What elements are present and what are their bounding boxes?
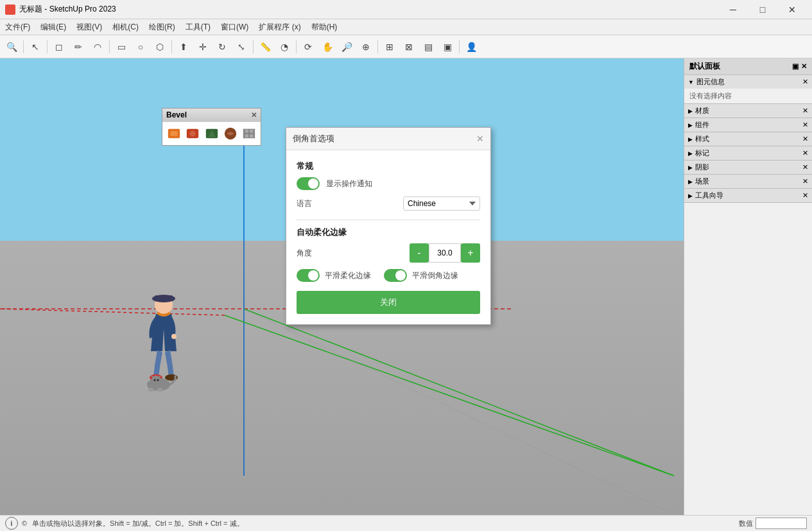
tool-tape[interactable]: 📏 [256, 38, 274, 56]
svg-line-5 [244, 309, 674, 514]
styles-close[interactable]: ✕ [802, 135, 808, 143]
tool-eraser[interactable]: ◻ [50, 38, 68, 56]
components-close[interactable]: ✕ [802, 121, 808, 129]
bevel-tool-2[interactable] [184, 125, 201, 143]
scenes-close[interactable]: ✕ [802, 177, 808, 186]
entity-info-content: 没有选择内容 [684, 89, 812, 103]
language-select[interactable]: Chinese English Japanese [403, 196, 480, 211]
dialog-close-icon[interactable]: ✕ [476, 134, 484, 144]
bevel-tool-3[interactable] [203, 125, 220, 143]
tool-zoom[interactable]: 🔎 [338, 38, 356, 56]
panel-expand-icon[interactable]: ▣ [792, 62, 799, 71]
shadows-arrow: ▶ [688, 164, 693, 171]
tool-circle[interactable]: ○ [132, 38, 150, 56]
tool-rectangle[interactable]: ▭ [112, 38, 130, 56]
language-control: Chinese English Japanese [403, 196, 480, 211]
tool-search[interactable]: 🔍 [3, 38, 21, 56]
bevel-close-icon[interactable]: ✕ [251, 111, 257, 119]
separator [171, 40, 172, 53]
menu-tools[interactable]: 工具(T) [180, 19, 216, 35]
maximize-button[interactable]: □ [748, 0, 777, 19]
menu-camera[interactable]: 相机(C) [107, 19, 144, 35]
angle-minus-button[interactable]: - [410, 243, 429, 263]
instructor-header[interactable]: ▶ 工具向导 ✕ [684, 189, 812, 202]
instructor-close[interactable]: ✕ [802, 191, 808, 200]
components-section: ▶ 组件 ✕ [684, 118, 812, 132]
tags-close[interactable]: ✕ [802, 149, 808, 157]
entity-info-header[interactable]: ▼ 图元信息 ✕ [684, 75, 812, 89]
angle-plus-button[interactable]: + [461, 243, 480, 263]
menu-draw[interactable]: 绘图(R) [144, 19, 180, 35]
styles-header[interactable]: ▶ 样式 ✕ [684, 132, 812, 146]
tool-profile[interactable]: 👤 [462, 38, 480, 56]
menu-help[interactable]: 帮助(H) [306, 19, 343, 35]
components-header[interactable]: ▶ 组件 ✕ [684, 118, 812, 132]
menubar: 文件(F) 编辑(E) 视图(V) 相机(C) 绘图(R) 工具(T) 窗口(W… [0, 19, 812, 35]
smooth-edges-toggle[interactable] [297, 269, 320, 282]
tool-zoom-window[interactable]: ⊕ [357, 38, 375, 56]
tool-protractor[interactable]: ◔ [275, 38, 293, 56]
tool-section-cut[interactable]: ⊠ [400, 38, 418, 56]
materials-header[interactable]: ▶ 材质 ✕ [684, 104, 812, 118]
tags-header[interactable]: ▶ 标记 ✕ [684, 146, 812, 160]
entity-info-title: 图元信息 [696, 77, 725, 87]
statusbar: i © 单击或拖动以选择对象。Shift = 加/减。Ctrl = 加。Shif… [0, 515, 812, 531]
bevel-tool-1[interactable] [165, 125, 182, 143]
menu-extensions[interactable]: 扩展程序 (x) [254, 19, 306, 35]
materials-arrow: ▶ [688, 108, 693, 114]
tool-select[interactable]: ↖ [26, 38, 44, 56]
bevel-header[interactable]: Bevel ✕ [162, 109, 261, 121]
shadows-title: 阴影 [695, 162, 709, 172]
entity-info-close[interactable]: ✕ [802, 78, 808, 86]
general-section-title: 常规 [297, 161, 480, 172]
close-button[interactable]: ✕ [777, 0, 807, 19]
materials-close[interactable]: ✕ [802, 107, 808, 115]
tool-pan[interactable]: ✋ [318, 38, 336, 56]
status-info-icon[interactable]: i [5, 517, 18, 530]
person-figure [138, 293, 189, 393]
svg-rect-8 [155, 295, 173, 300]
smooth-bevel-toggle[interactable] [384, 269, 407, 282]
entity-info-arrow: ▼ [688, 79, 694, 85]
show-notification-label: 显示操作通知 [326, 178, 480, 189]
separator [23, 40, 24, 53]
menu-view[interactable]: 视图(V) [71, 19, 107, 35]
menu-edit[interactable]: 编辑(E) [35, 19, 71, 35]
svg-point-23 [190, 130, 196, 136]
bevel-tool-4[interactable] [221, 125, 239, 143]
svg-point-16 [154, 379, 156, 381]
tool-section-display[interactable]: ▣ [438, 38, 456, 56]
tool-move[interactable]: ✛ [194, 38, 212, 56]
svg-point-18 [148, 388, 154, 392]
shadows-close[interactable]: ✕ [802, 163, 808, 171]
status-value-input[interactable] [756, 518, 807, 529]
close-dialog-button[interactable]: 关闭 [297, 291, 480, 314]
tool-orbit[interactable]: ⟳ [299, 38, 317, 56]
bevel-tool-5[interactable] [241, 125, 258, 143]
titlebar-controls: ─ □ ✕ [718, 0, 807, 19]
dialog-body: 常规 显示操作通知 语言 Chinese English Japanese 自动… [286, 150, 490, 324]
smooth-edges-row: 平滑柔化边缘 平滑倒角边缘 [297, 269, 480, 282]
tool-scale[interactable]: ⤡ [232, 38, 250, 56]
tool-polygon[interactable]: ⬡ [151, 38, 169, 56]
tool-arc[interactable]: ◠ [89, 38, 107, 56]
shadows-header[interactable]: ▶ 阴影 ✕ [684, 161, 812, 174]
tool-section-fill[interactable]: ▤ [419, 38, 437, 56]
show-notification-toggle[interactable] [297, 177, 320, 190]
tool-pencil[interactable]: ✏ [69, 38, 87, 56]
titlebar-title: 无标题 - SketchUp Pro 2023 [19, 4, 116, 15]
status-value-label: 数值 [739, 519, 753, 528]
smooth-bevel-label: 平滑倒角边缘 [412, 270, 458, 281]
scenes-title: 场景 [695, 177, 709, 186]
tool-section-plane[interactable]: ⊞ [381, 38, 399, 56]
right-panel: 默认面板 ▣ ✕ ▼ 图元信息 ✕ 没有选择内容 ▶ 材质 ✕ ▶ 组件 ✕ [684, 58, 812, 515]
styles-title: 样式 [695, 134, 709, 144]
scenes-header[interactable]: ▶ 场景 ✕ [684, 175, 812, 188]
tool-pushpull[interactable]: ⬆ [175, 38, 193, 56]
minimize-button[interactable]: ─ [718, 0, 748, 19]
panel-close-icon[interactable]: ✕ [801, 62, 807, 71]
menu-window[interactable]: 窗口(W) [216, 19, 254, 35]
status-copyright: © [22, 519, 27, 527]
menu-file[interactable]: 文件(F) [0, 19, 35, 35]
tool-rotate[interactable]: ↻ [213, 38, 231, 56]
